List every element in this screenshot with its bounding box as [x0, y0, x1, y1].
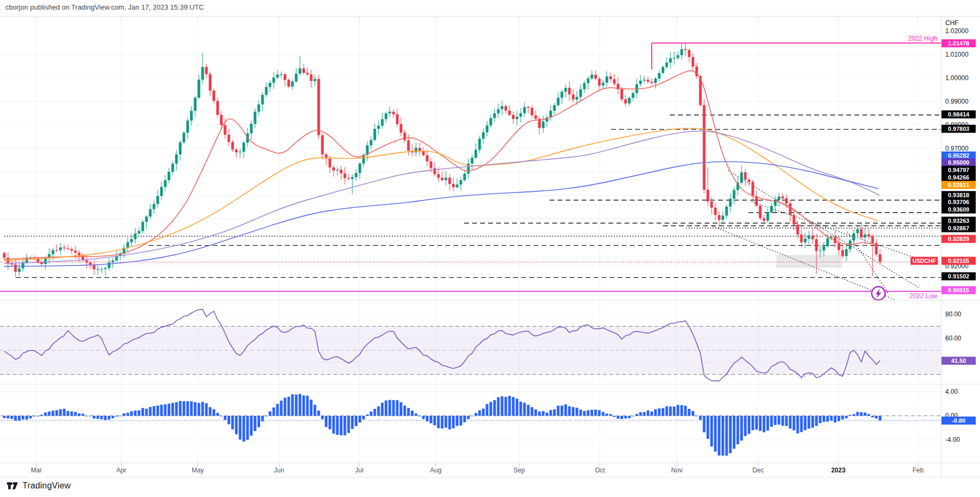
macd-bar — [576, 408, 578, 416]
candle-body — [793, 215, 796, 224]
macd-bar — [639, 412, 642, 416]
candle-body — [284, 74, 287, 80]
macd-bar — [295, 394, 298, 416]
candle-body — [265, 87, 268, 95]
candle-body — [654, 79, 657, 83]
price-axis[interactable]: CHF1.020001.010001.000000.990000.980000.… — [910, 0, 980, 477]
macd-bar — [505, 397, 507, 416]
macd-bar — [243, 416, 245, 441]
candle-body — [104, 268, 107, 269]
macd-bar — [157, 406, 159, 416]
macd-bar — [385, 400, 388, 416]
candle-body — [232, 142, 234, 149]
macd-bar — [3, 416, 6, 418]
macd-bar — [52, 410, 55, 416]
macd-bar — [830, 416, 833, 421]
candle-body — [460, 180, 462, 184]
price-tick: 1.01000 — [945, 51, 969, 58]
candle-body — [479, 139, 481, 150]
macd-bar — [475, 413, 477, 416]
candle-body — [381, 119, 384, 126]
candle-body — [688, 50, 691, 57]
rsi-tick: 80.00 — [945, 310, 961, 318]
macd-bar — [587, 410, 590, 416]
candle-body — [355, 173, 358, 177]
macd-bar — [812, 416, 814, 428]
candle-body — [452, 184, 455, 187]
candle-body — [553, 105, 556, 111]
candle-body — [415, 148, 418, 153]
macd-bar — [280, 401, 283, 416]
rsi-pane[interactable] — [0, 309, 941, 381]
macd-bar — [763, 416, 766, 432]
candle-body — [808, 235, 811, 238]
macd-bar — [389, 400, 391, 416]
macd-bar — [86, 416, 88, 416]
candle-body — [258, 104, 260, 111]
macd-bar — [306, 395, 309, 416]
candle-body — [602, 83, 605, 86]
candle-body — [591, 75, 593, 79]
candle-body — [220, 115, 223, 125]
macd-bar — [490, 402, 492, 416]
chart-canvas[interactable]: 2022 High2022 LowCHF1.020001.010001.0000… — [0, 0, 980, 497]
macd-bar — [134, 410, 137, 416]
time-label: Feb — [913, 467, 924, 474]
trendline[interactable] — [713, 227, 894, 299]
macd-bar — [366, 415, 369, 416]
candle-body — [291, 81, 294, 86]
support-zone-box[interactable] — [776, 255, 842, 268]
candle-body — [340, 170, 343, 174]
svg-text:0.94797: 0.94797 — [948, 167, 969, 173]
tradingview-logo[interactable]: TradingView — [6, 480, 71, 491]
macd-bar — [755, 416, 758, 430]
macd-bar — [737, 416, 739, 444]
candle-body — [703, 105, 706, 189]
time-label: Mar — [31, 467, 42, 474]
candle-body — [172, 164, 174, 172]
trendline[interactable] — [752, 201, 917, 258]
ma-slow-blue[interactable] — [4, 162, 878, 267]
macd-bar — [572, 407, 575, 416]
svg-text:1.01478: 1.01478 — [948, 40, 969, 46]
candle-body — [860, 229, 863, 238]
macd-bar — [41, 415, 43, 416]
candle-body — [321, 135, 324, 154]
time-label: Oct — [595, 467, 605, 474]
low-2022-label: 2022 Low — [909, 292, 937, 300]
candle-body — [160, 187, 163, 196]
candle-body — [71, 249, 73, 251]
macd-bar — [37, 416, 40, 416]
macd-bar — [636, 414, 638, 416]
candle-body — [138, 231, 141, 234]
macd-bar — [726, 416, 728, 456]
candle-body — [318, 79, 320, 135]
candle-body — [531, 108, 534, 115]
price-pane[interactable]: 2022 High2022 Low — [0, 35, 941, 300]
macd-bar — [14, 416, 17, 421]
candle-body — [606, 76, 608, 83]
candle-body — [276, 75, 279, 78]
macd-pane[interactable] — [0, 394, 941, 456]
macd-bar — [789, 416, 792, 429]
candle-body — [310, 74, 313, 81]
ma-slow-purple[interactable] — [4, 131, 879, 263]
tradingview-logo-text: TradingView — [22, 481, 71, 491]
svg-text:0.90915: 0.90915 — [948, 287, 969, 293]
macd-bar — [523, 403, 526, 416]
time-axis[interactable]: MarAprMayJunJulAugSepOctNovDec2023Feb — [31, 463, 924, 474]
candle-body — [101, 269, 103, 270]
trendline[interactable] — [728, 170, 920, 288]
macd-bar — [329, 416, 331, 429]
candle-body — [673, 58, 676, 59]
macd-bar — [512, 397, 515, 416]
macd-bar — [396, 400, 399, 416]
candle-body — [194, 98, 197, 111]
candle-body — [628, 98, 631, 103]
macd-bar — [430, 416, 433, 423]
macd-bar — [127, 413, 129, 416]
macd-bar — [374, 409, 376, 416]
candle-body — [239, 152, 242, 152]
candle-body — [179, 142, 182, 154]
macd-bar — [175, 402, 178, 416]
